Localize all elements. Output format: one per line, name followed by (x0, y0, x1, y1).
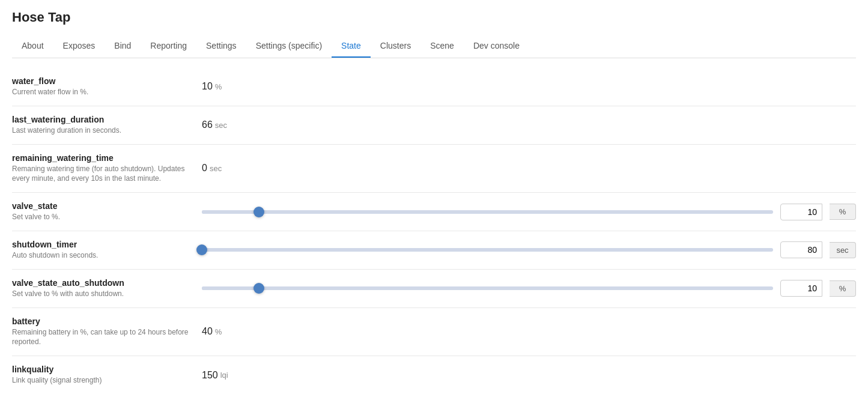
row-desc-valve_state_auto_shutdown: Set valve to % with auto shutdown. (12, 289, 192, 299)
slider-track-valve_state_auto_shutdown[interactable] (202, 286, 773, 290)
tab-exposes[interactable]: Exposes (53, 35, 105, 58)
row-label-battery: batteryRemaining battery in %, can take … (12, 317, 192, 348)
row-last_watering_duration: last_watering_durationLast watering dura… (12, 106, 856, 145)
tab-about[interactable]: About (12, 35, 53, 58)
slider-thumb-shutdown_timer[interactable] (196, 244, 207, 255)
row-valve_state_auto_shutdown: valve_state_auto_shutdownSet valve to % … (12, 270, 856, 308)
row-water_flow: water_flowCurrent water flow in %.10% (12, 68, 856, 106)
tab-scene[interactable]: Scene (420, 35, 464, 58)
content-area: water_flowCurrent water flow in %.10%las… (12, 63, 856, 399)
slider-input-valve_state_auto_shutdown[interactable] (780, 280, 822, 297)
row-title-water_flow: water_flow (12, 76, 192, 86)
row-label-last_watering_duration: last_watering_durationLast watering dura… (12, 115, 192, 136)
row-linkquality: linkqualityLink quality (signal strength… (12, 356, 856, 394)
row-num-remaining_watering_time: 0 (202, 163, 207, 174)
row-num-battery: 40 (202, 326, 213, 337)
row-label-linkquality: linkqualityLink quality (signal strength… (12, 365, 192, 386)
tab-settings-specific[interactable]: Settings (specific) (246, 35, 332, 58)
row-num-last_watering_duration: 66 (202, 120, 213, 130)
slider-track-valve_state[interactable] (202, 210, 773, 214)
row-label-valve_state_auto_shutdown: valve_state_auto_shutdownSet valve to % … (12, 278, 192, 299)
slider-container-valve_state: % (202, 204, 856, 220)
row-num-water_flow: 10 (202, 81, 213, 92)
row-desc-linkquality: Link quality (signal strength) (12, 375, 192, 386)
row-value-water_flow: 10% (202, 81, 250, 92)
page-container: Hose Tap AboutExposesBindReportingSettin… (0, 0, 868, 418)
slider-unit-shutdown_timer: sec (830, 242, 856, 258)
tab-dev-console[interactable]: Dev console (464, 35, 529, 58)
row-desc-water_flow: Current water flow in %. (12, 87, 192, 97)
slider-track-shutdown_timer[interactable] (202, 248, 773, 252)
row-desc-remaining_watering_time: Remaning watering time (for auto shutdow… (12, 164, 192, 184)
row-title-remaining_watering_time: remaining_watering_time (12, 153, 192, 163)
slider-unit-valve_state_auto_shutdown: % (830, 280, 856, 297)
tab-settings[interactable]: Settings (196, 35, 246, 58)
row-battery: batteryRemaining battery in %, can take … (12, 308, 856, 357)
tab-state[interactable]: State (332, 35, 371, 58)
row-title-valve_state: valve_state (12, 201, 192, 211)
row-title-battery: battery (12, 317, 192, 326)
row-desc-last_watering_duration: Last watering duration in seconds. (12, 126, 192, 136)
row-label-remaining_watering_time: remaining_watering_timeRemaning watering… (12, 153, 192, 184)
row-desc-battery: Remaining battery in %, can take up to 2… (12, 327, 192, 348)
slider-container-shutdown_timer: sec (202, 241, 856, 258)
row-shutdown_timer: shutdown_timerAuto shutdown in seconds.s… (12, 231, 856, 270)
slider-thumb-valve_state[interactable] (253, 207, 264, 217)
row-unit-remaining_watering_time: sec (210, 164, 222, 173)
row-value-remaining_watering_time: 0sec (202, 163, 250, 174)
row-remaining_watering_time: remaining_watering_timeRemaning watering… (12, 145, 856, 193)
slider-unit-valve_state: % (830, 204, 856, 220)
row-unit-last_watering_duration: sec (215, 121, 227, 130)
tab-bind[interactable]: Bind (105, 35, 141, 58)
row-value-last_watering_duration: 66sec (202, 120, 250, 130)
page-title: Hose Tap (12, 10, 856, 25)
row-unit-battery: % (215, 327, 222, 336)
row-desc-valve_state: Set valve to %. (12, 212, 192, 222)
slider-input-shutdown_timer[interactable] (780, 241, 822, 258)
tab-reporting[interactable]: Reporting (141, 35, 196, 58)
row-num-linkquality: 150 (202, 370, 218, 381)
row-desc-shutdown_timer: Auto shutdown in seconds. (12, 250, 192, 261)
row-title-shutdown_timer: shutdown_timer (12, 240, 192, 249)
slider-thumb-valve_state_auto_shutdown[interactable] (253, 283, 264, 294)
tab-clusters[interactable]: Clusters (371, 35, 420, 58)
tabs-bar: AboutExposesBindReportingSettingsSetting… (12, 35, 856, 58)
row-unit-water_flow: % (215, 82, 222, 91)
slider-container-valve_state_auto_shutdown: % (202, 280, 856, 297)
row-title-linkquality: linkquality (12, 365, 192, 374)
row-label-valve_state: valve_stateSet valve to %. (12, 201, 192, 222)
row-title-last_watering_duration: last_watering_duration (12, 115, 192, 124)
row-unit-linkquality: lqi (220, 371, 228, 380)
row-label-water_flow: water_flowCurrent water flow in %. (12, 76, 192, 97)
row-value-battery: 40% (202, 326, 250, 337)
row-valve_state: valve_stateSet valve to %.% (12, 193, 856, 231)
row-title-valve_state_auto_shutdown: valve_state_auto_shutdown (12, 278, 192, 288)
row-label-shutdown_timer: shutdown_timerAuto shutdown in seconds. (12, 240, 192, 261)
slider-input-valve_state[interactable] (780, 204, 822, 220)
row-value-linkquality: 150lqi (202, 370, 250, 381)
